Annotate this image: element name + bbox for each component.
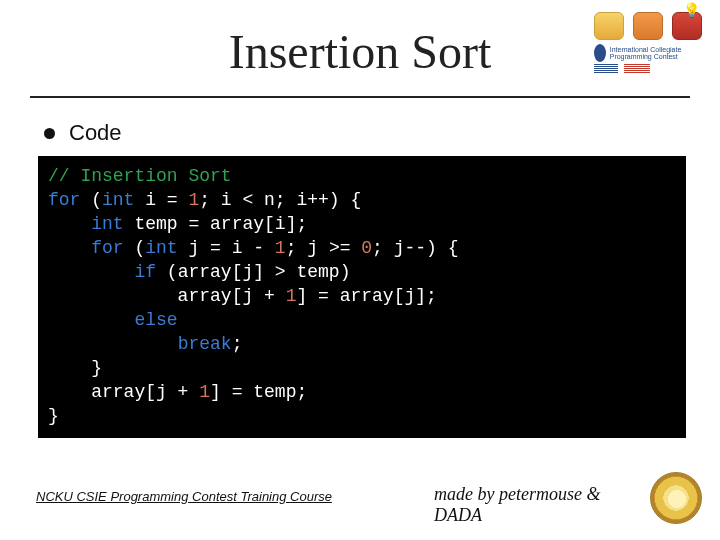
code-text: temp = array[i]; [124,214,308,234]
code-indent [48,262,134,282]
code-indent [48,238,91,258]
footer-author-line2: DADA [434,505,634,526]
code-text: ] = temp; [210,382,307,402]
code-indent [48,334,178,354]
num-literal: 1 [275,238,286,258]
balloon-orange-icon [633,12,663,40]
balloon-yellow-icon [594,12,624,40]
footer-author: made by petermouse & DADA [434,484,634,526]
code-text: } [48,358,102,378]
bullet-row: Code [44,120,122,146]
code-text: ( [124,238,146,258]
kw-for: for [48,190,80,210]
bullet-text: Code [69,120,122,146]
code-text: array[j + [48,286,286,306]
kw-else: else [134,310,177,330]
logo-cluster: 💡 International Collegiate Programming C… [594,12,702,82]
kw-int: int [91,214,123,234]
kw-int: int [102,190,134,210]
kw-break: break [178,334,232,354]
code-text: i = [134,190,188,210]
footer-author-line1: made by petermouse & [434,484,634,505]
num-literal: 1 [286,286,297,306]
code-text: (array[j] > temp) [156,262,350,282]
slide: Insertion Sort 💡 International Collegiat… [0,0,720,540]
ibm-bars-icon [594,64,618,74]
code-text: ; j >= [286,238,362,258]
code-text: ] = array[j]; [296,286,436,306]
num-literal: 1 [199,382,210,402]
bullet-dot-icon [44,128,55,139]
code-text: ; [232,334,243,354]
code-block: // Insertion Sort for (int i = 1; i < n;… [38,156,686,438]
sponsor-red-icon [624,64,650,74]
code-text: } [48,406,59,426]
ibm-sponsor-logo [594,64,702,74]
acm-logo: International Collegiate Programming Con… [594,44,702,62]
kw-if: if [134,262,156,282]
kw-for: for [91,238,123,258]
code-text: ; i < n; i++) { [199,190,361,210]
acm-text: International Collegiate Programming Con… [610,46,702,60]
code-text: array[j + [48,382,199,402]
footer-course-name: NCKU CSIE Programming Contest Training C… [36,489,332,504]
num-literal: 0 [361,238,372,258]
code-text: ; j--) { [372,238,458,258]
num-literal: 1 [188,190,199,210]
acm-circle-icon [594,44,606,62]
university-seal-icon [650,472,702,524]
code-indent [48,214,91,234]
lightbulb-icon: 💡 [683,2,700,19]
title-divider [30,96,690,98]
code-comment: // Insertion Sort [48,166,232,186]
code-text: ( [80,190,102,210]
code-indent [48,310,134,330]
code-text: j = i - [178,238,275,258]
kw-int: int [145,238,177,258]
